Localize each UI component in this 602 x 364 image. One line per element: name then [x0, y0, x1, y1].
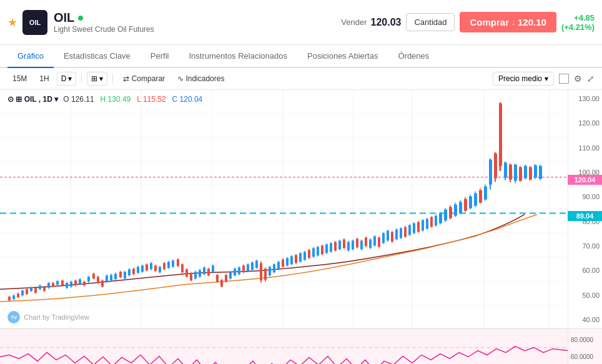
svg-rect-125	[255, 260, 258, 268]
price-70: 70.00	[571, 242, 600, 250]
svg-rect-29	[43, 287, 46, 291]
svg-rect-87	[172, 260, 174, 267]
svg-rect-99	[199, 270, 201, 277]
price-axis: 130.00 120.00 110.00 100.00 90.00 80.00 …	[568, 90, 602, 328]
svg-rect-103	[207, 268, 210, 275]
tab-grafico[interactable]: Gráfico	[7, 45, 54, 68]
tf-1h-button[interactable]: 1H	[34, 72, 54, 85]
price-130: 130.00	[571, 95, 600, 102]
tab-instrumentos[interactable]: Instrumentos Relacionados	[179, 45, 297, 68]
tab-ordenes[interactable]: Órdenes	[388, 45, 439, 68]
svg-rect-201	[422, 220, 424, 230]
svg-rect-19	[21, 290, 24, 295]
svg-rect-33	[52, 283, 54, 287]
svg-rect-59	[110, 275, 112, 280]
svg-rect-15	[12, 295, 15, 299]
svg-rect-250	[0, 329, 568, 364]
buy-arrow-icon: ↓	[511, 18, 515, 27]
svg-rect-197	[413, 223, 415, 233]
svg-rect-31	[47, 283, 50, 288]
svg-rect-163	[338, 240, 341, 249]
open-value: O 126.11	[63, 95, 94, 104]
tf-15m-button[interactable]: 15M	[7, 72, 32, 85]
svg-rect-177	[369, 239, 372, 248]
current-price-badge: 120.04	[568, 175, 602, 185]
svg-rect-161	[334, 242, 337, 250]
svg-rect-195	[408, 225, 411, 235]
svg-rect-121	[247, 264, 249, 271]
svg-rect-35	[56, 281, 59, 285]
tradingview-logo: TV	[7, 311, 20, 323]
svg-rect-91	[181, 264, 184, 272]
separator	[81, 74, 82, 84]
svg-rect-17	[17, 293, 19, 297]
trade-section: Vender 120.03 Cantidad Comprar ↓ 120.10 …	[341, 12, 595, 32]
tab-estadisticas[interactable]: Estadísticas Clave	[54, 45, 141, 68]
buy-button[interactable]: Comprar ↓ 120.10	[460, 12, 556, 32]
svg-rect-57	[106, 275, 108, 282]
svg-rect-149	[308, 250, 310, 258]
indicators-icon: ∿	[177, 74, 184, 83]
svg-rect-143	[295, 255, 297, 263]
svg-rect-123	[251, 262, 254, 270]
svg-rect-165	[343, 239, 345, 248]
svg-rect-239	[514, 165, 517, 181]
svg-rect-71	[137, 267, 139, 273]
logo-text: OIL	[29, 19, 41, 26]
svg-rect-127	[260, 263, 262, 280]
close-value: C 120.04	[172, 95, 203, 104]
svg-rect-79	[154, 265, 157, 271]
compare-button[interactable]: ⇄ Comparar	[118, 72, 170, 85]
expand-sm-icon: ⊙	[7, 95, 14, 104]
svg-rect-189	[395, 229, 398, 239]
svg-rect-119	[242, 265, 245, 272]
svg-rect-167	[347, 242, 350, 250]
svg-rect-151	[312, 248, 315, 257]
svg-rect-171	[356, 239, 358, 247]
svg-rect-77	[150, 263, 152, 269]
settings-icon[interactable]: ⚙	[574, 74, 582, 84]
svg-rect-131	[269, 267, 271, 275]
svg-rect-67	[128, 269, 131, 275]
oscillator-container: 80.0000 60.0000 40.0000	[0, 329, 602, 364]
separator	[112, 74, 113, 84]
svg-rect-235	[504, 163, 507, 178]
chevron-icon: ▾	[54, 95, 58, 104]
live-indicator	[78, 16, 83, 21]
ticker-name: Light Sweet Crude Oil Futures	[54, 25, 341, 34]
view-toggle[interactable]	[559, 74, 569, 84]
price-90: 90.00	[571, 193, 600, 200]
svg-rect-101	[203, 267, 205, 274]
svg-rect-221	[469, 197, 472, 209]
svg-rect-75	[146, 264, 148, 270]
watermark-text: Chart by TradingView	[24, 313, 89, 321]
svg-rect-205	[430, 217, 433, 227]
watchlist-star-icon[interactable]: ★	[7, 16, 17, 29]
expand-icon[interactable]: ⤢	[587, 74, 595, 84]
svg-rect-187	[391, 232, 393, 242]
svg-rect-139	[286, 258, 289, 265]
svg-rect-153	[317, 247, 319, 255]
ticker-logo: OIL	[22, 10, 47, 35]
svg-rect-39	[66, 283, 68, 288]
svg-rect-47	[83, 282, 86, 285]
price-50: 50.00	[571, 292, 600, 299]
indicators-button[interactable]: ∿ Indicadores	[172, 72, 229, 85]
svg-rect-193	[404, 227, 407, 237]
cantidad-button[interactable]: Cantidad	[406, 13, 455, 31]
svg-rect-245	[529, 167, 532, 180]
chart-type-dropdown[interactable]: ⊞ ▾	[87, 72, 107, 86]
chart-type-icon: ⊞	[91, 74, 97, 83]
tab-posiciones[interactable]: Posiciones Abiertas	[297, 45, 388, 68]
tab-perfil[interactable]: Perfil	[141, 45, 179, 68]
price-60: 60.00	[571, 267, 600, 274]
svg-rect-105	[212, 265, 214, 272]
svg-rect-243	[524, 166, 527, 179]
svg-rect-199	[417, 222, 420, 232]
svg-rect-227	[484, 187, 487, 200]
compare-icon: ⇄	[123, 74, 129, 83]
svg-rect-215	[454, 205, 457, 216]
tf-d-dropdown[interactable]: D ▾	[57, 72, 77, 86]
svg-rect-25	[34, 288, 37, 293]
precio-medio-dropdown[interactable]: Precio medio ▾	[493, 72, 554, 86]
